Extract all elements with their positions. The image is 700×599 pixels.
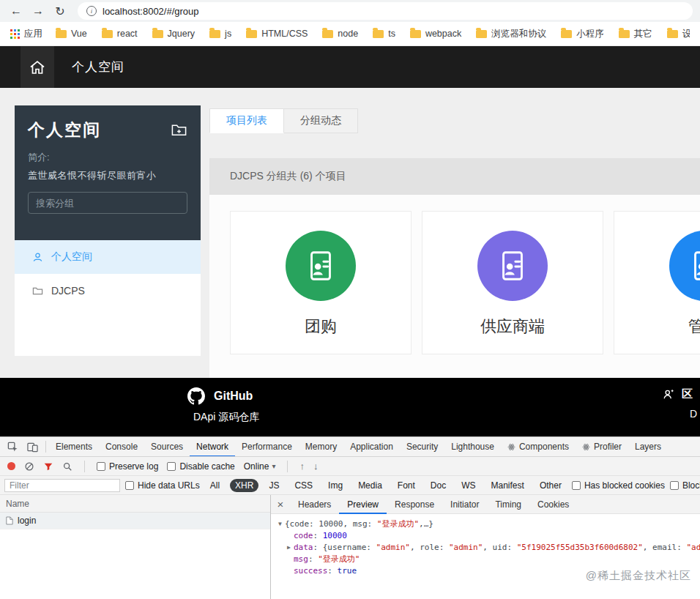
project-card-supplier[interactable]: 供应商端	[422, 211, 603, 354]
filter-funnel-icon[interactable]	[43, 461, 53, 472]
refresh-icon[interactable]: ↻	[51, 2, 69, 20]
devtools-tab-application[interactable]: Application	[343, 437, 400, 457]
request-row[interactable]: login	[0, 513, 270, 529]
bookmark-item[interactable]: 小程序	[561, 28, 604, 40]
project-card-admin[interactable]: 管理	[614, 211, 700, 354]
checkbox-icon[interactable]	[167, 462, 176, 471]
bookmark-item[interactable]: node	[322, 29, 358, 39]
bookmark-item[interactable]: 设计	[667, 28, 690, 40]
checkbox-icon[interactable]	[125, 481, 134, 490]
project-card-tuangou[interactable]: 团购	[230, 211, 412, 354]
filter-type-ws[interactable]: WS	[456, 479, 480, 492]
home-button[interactable]	[21, 46, 54, 88]
forward-icon[interactable]: →	[29, 2, 47, 20]
detail-tab-response[interactable]: Response	[387, 495, 442, 514]
checkbox-icon[interactable]	[572, 481, 581, 490]
bookmark-item[interactable]: 浏览器和协议	[476, 28, 546, 40]
bookmark-item[interactable]: webpack	[410, 29, 461, 39]
tab-project-list[interactable]: 项目列表	[209, 108, 284, 133]
export-har-icon[interactable]: ↓	[313, 461, 319, 472]
tab-group-activity[interactable]: 分组动态	[284, 108, 358, 133]
bookmark-item[interactable]: HTML/CSS	[246, 29, 308, 39]
detail-tab-preview[interactable]: Preview	[339, 495, 387, 514]
inspect-element-icon[interactable]	[3, 437, 23, 457]
devtools-tab-components[interactable]: Components	[501, 437, 576, 457]
filter-type-img[interactable]: Img	[323, 479, 348, 492]
devtools-tab-elements[interactable]: Elements	[49, 437, 99, 457]
devtools-panel: Elements Console Sources Network Perform…	[0, 436, 700, 599]
throttling-dropdown[interactable]: Online ▾	[244, 461, 276, 472]
repo-link[interactable]: DApi 源码仓库	[193, 411, 259, 424]
preserve-log-checkbox[interactable]: Preserve log	[97, 461, 158, 472]
filter-type-manifest[interactable]: Manifest	[486, 479, 529, 492]
devtools-tab-lighthouse[interactable]: Lighthouse	[444, 437, 501, 457]
filter-type-font[interactable]: Font	[392, 479, 420, 492]
devtools-tab-security[interactable]: Security	[400, 437, 444, 457]
filter-type-other[interactable]: Other	[535, 479, 567, 492]
json-segment-plain: 10000	[319, 518, 343, 530]
site-info-icon[interactable]: i	[86, 6, 97, 16]
search-icon[interactable]	[62, 461, 72, 472]
import-har-icon[interactable]: ↑	[299, 461, 305, 472]
footer-partial-text-2[interactable]: D	[663, 408, 700, 420]
bookmark-item[interactable]: react	[102, 29, 138, 39]
bookmark-label: Jquery	[168, 29, 196, 39]
search-group-input[interactable]	[28, 192, 187, 214]
id-card-icon	[688, 249, 700, 283]
filter-type-xhr[interactable]: XHR	[230, 479, 258, 492]
sidebar-item-djcps[interactable]: DJCPS	[15, 274, 201, 308]
detail-tab-initiator[interactable]: Initiator	[442, 495, 487, 514]
devtools-tab-profiler[interactable]: Profiler	[576, 437, 628, 457]
project-name: 管理	[688, 316, 700, 338]
devtools-tab-network[interactable]: Network	[190, 437, 235, 457]
bookmark-item[interactable]: Jquery	[152, 29, 196, 39]
devtools-tab-performance[interactable]: Performance	[235, 437, 299, 457]
profile-card: 个人空间 简介: 盖世威名恨不得斩尽眼前宵小	[15, 105, 201, 240]
back-icon[interactable]: ←	[7, 2, 25, 20]
bookmark-item[interactable]: ts	[373, 29, 395, 39]
devtools-tab-sources[interactable]: Sources	[144, 437, 190, 457]
close-icon[interactable]: ×	[271, 498, 290, 510]
github-link[interactable]: GitHub	[214, 390, 253, 403]
tree-toggle-icon[interactable]: ▼	[275, 518, 285, 530]
bookmark-item[interactable]: js	[209, 29, 231, 39]
detail-tab-headers[interactable]: Headers	[290, 495, 339, 514]
has-blocked-cookies-checkbox[interactable]: Has blocked cookies	[572, 480, 665, 491]
blocked-requests-checkbox[interactable]: Blocked Requests	[670, 480, 700, 491]
devtools-tab-memory[interactable]: Memory	[299, 437, 343, 457]
add-group-icon[interactable]	[171, 122, 187, 138]
bookmark-apps[interactable]: 应用	[10, 28, 42, 40]
bookmark-folder-icon	[322, 30, 333, 38]
tree-toggle-icon[interactable]: ▶	[284, 542, 294, 554]
filter-input[interactable]	[4, 479, 120, 492]
footer-partial-text[interactable]: 区	[682, 387, 693, 401]
filter-type-js[interactable]: JS	[264, 479, 284, 492]
filter-type-doc[interactable]: Doc	[425, 479, 451, 492]
browser-toolbar: ← → ↻ i localhost:8002/#/group	[0, 0, 700, 22]
url-text[interactable]: localhost:8002/#/group	[103, 6, 199, 17]
bookmark-item[interactable]: 其它	[619, 28, 652, 40]
devtools-tab-console[interactable]: Console	[99, 437, 144, 457]
bookmark-folder-icon	[410, 30, 421, 38]
checkbox-icon[interactable]	[670, 481, 679, 490]
detail-tab-cookies[interactable]: Cookies	[529, 495, 577, 514]
checkbox-label: Preserve log	[109, 461, 158, 472]
device-toolbar-icon[interactable]	[23, 437, 42, 457]
filter-type-all[interactable]: All	[205, 479, 225, 492]
json-segment-plain: ,…}	[419, 518, 433, 530]
checkbox-icon[interactable]	[97, 462, 105, 471]
filter-type-css[interactable]: CSS	[289, 479, 318, 492]
bookmark-label: ts	[388, 29, 395, 39]
address-bar[interactable]: i localhost:8002/#/group	[78, 2, 693, 20]
disable-cache-checkbox[interactable]: Disable cache	[167, 461, 234, 472]
filter-type-media[interactable]: Media	[353, 479, 387, 492]
name-column-header[interactable]: Name	[0, 495, 270, 513]
devtools-tab-layers[interactable]: Layers	[628, 437, 668, 457]
preview-line: ▶data: {username: "admin", role: "admin"…	[275, 542, 700, 554]
hide-data-urls-checkbox[interactable]: Hide data URLs	[125, 480, 200, 491]
detail-tab-timing[interactable]: Timing	[487, 495, 529, 514]
clear-icon[interactable]	[24, 461, 34, 472]
record-button[interactable]	[7, 462, 15, 470]
bookmark-item[interactable]: Vue	[56, 29, 87, 39]
sidebar-item-personal-space[interactable]: 个人空间	[15, 240, 201, 274]
